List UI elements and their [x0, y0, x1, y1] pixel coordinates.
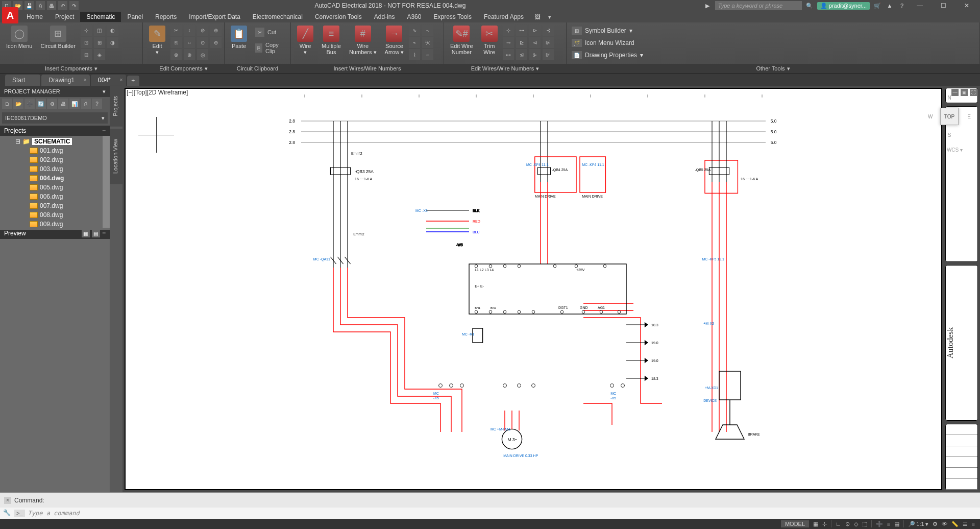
drawing-viewport[interactable]: [−][Top][2D Wireframe] — ▣ ⛶ 2.8 [122, 86, 980, 492]
lineweight-toggle[interactable]: ≡ [887, 521, 890, 527]
edit-button[interactable]: ✎ Edit▾ [146, 25, 168, 56]
tree-file[interactable]: 007.dwg [0, 201, 110, 210]
menu-a360[interactable]: A360 [401, 12, 427, 22]
ic-small-1[interactable]: ⊹ [81, 25, 92, 36]
anno-monitor[interactable]: 👁 [942, 521, 947, 527]
tree-file[interactable]: 009.dwg [0, 220, 110, 229]
cut-button[interactable]: ✂Cut [252, 27, 287, 38]
menu-reports[interactable]: Reports [149, 12, 183, 22]
ic-small-2[interactable]: ⊡ [81, 37, 92, 48]
multiple-bus-button[interactable]: ≡ Multiple Bus [318, 25, 344, 56]
iw-small-1[interactable]: ∿ [409, 25, 420, 36]
ew-small-4[interactable]: ⊶ [516, 25, 527, 36]
panel-edit-wires[interactable]: Edit Wires/Wire Numbers ▾ [444, 64, 566, 73]
add-tab-button[interactable]: + [127, 76, 139, 86]
preview-mode-1[interactable]: ▦ [82, 229, 90, 237]
customize-status[interactable]: ≡ [972, 521, 975, 527]
preview-mode-2[interactable]: ▤ [92, 229, 100, 237]
drawing-canvas[interactable]: 2.8 2.8 2.8 5.0 5.0 5.0 -QB3 25A 16 ~~1-… [125, 88, 942, 490]
panel-edit-components[interactable]: Edit Components ▾ [143, 64, 224, 73]
search-input[interactable]: Type a keyword or phrase [715, 1, 802, 10]
maximize-button[interactable]: ☐ [933, 1, 953, 11]
tree-file[interactable]: 005.dwg [0, 183, 110, 192]
icon-menu-wizard-button[interactable]: 🪄Icon Menu Wizard [570, 38, 976, 48]
a360-icon[interactable]: ▲ [885, 1, 894, 10]
snap-toggle[interactable]: ⊹ [822, 521, 827, 527]
iw-small-2[interactable]: ⌁ [409, 37, 420, 48]
menu-panel[interactable]: Panel [121, 12, 149, 22]
quick-props[interactable]: ☰ [963, 521, 968, 527]
user-account[interactable]: 👤 pradit@syner... [817, 2, 870, 10]
ew-small-11[interactable]: ⊯ [543, 37, 554, 48]
menu-express[interactable]: Express Tools [427, 12, 477, 22]
tree-file[interactable]: 002.dwg [0, 155, 110, 164]
panel-insert-components[interactable]: Insert Components ▾ [0, 64, 142, 73]
polar-toggle[interactable]: ⊙ [845, 521, 850, 527]
trim-wire-button[interactable]: ✂ Trim Wire [478, 25, 501, 56]
pm-tb-refresh[interactable]: 🔄 [36, 99, 46, 109]
osnap3d-toggle[interactable]: ⬚ [862, 521, 867, 527]
ec-small-2[interactable]: ⎘ [170, 37, 182, 48]
wire-button[interactable]: ╱ Wire▾ [294, 25, 316, 56]
command-input[interactable]: Type a command [28, 510, 977, 517]
tab-drawing1[interactable]: Drawing1× [41, 75, 90, 86]
menu-home[interactable]: Home [20, 12, 49, 22]
ic-small-8[interactable]: ◑ [107, 37, 118, 48]
ew-small-10[interactable]: ⊰ [543, 25, 554, 36]
model-space-button[interactable]: MODEL [781, 520, 809, 527]
close-button[interactable]: ✕ [957, 1, 977, 11]
wcs-label[interactable]: WCS ▾ [947, 147, 963, 153]
tab-004[interactable]: 004*× [91, 75, 126, 86]
ec-small-1[interactable]: ✂ [170, 25, 182, 36]
sidetab-location-view[interactable]: Location View [110, 129, 122, 184]
ew-small-8[interactable]: ⊲ [529, 37, 541, 48]
circuit-builder-button[interactable]: ⊞ Circuit Builder [37, 25, 78, 50]
wire-numbers-button[interactable]: # Wire Numbers ▾ [346, 25, 380, 56]
plot-icon[interactable]: 🖶 [47, 1, 56, 10]
minus-icon[interactable]: − [102, 229, 106, 237]
viewcube-top-face[interactable]: TOP [940, 108, 959, 125]
minimize-button[interactable]: — [910, 1, 930, 11]
menu-featured[interactable]: Featured Apps [478, 12, 530, 22]
tree-file-active[interactable]: 004.dwg [0, 174, 110, 183]
symbol-builder-button[interactable]: ⊞Symbol Builder ▾ [570, 26, 976, 36]
ic-small-6[interactable]: ◈ [94, 49, 105, 60]
menu-addins[interactable]: Add-ins [368, 12, 401, 22]
ic-small-4[interactable]: ◫ [94, 25, 105, 36]
iw-small-3[interactable]: ⌇ [409, 49, 420, 60]
infocenter-icon[interactable]: 🔍 [805, 1, 814, 10]
menu-import-export[interactable]: Import/Export Data [183, 12, 247, 22]
icon-menu-button[interactable]: ◯ Icon Menu [3, 25, 35, 50]
minus-icon[interactable]: − [102, 127, 106, 134]
anno-scale[interactable]: 🔎 1:1 ▾ [908, 521, 928, 527]
copy-clip-button[interactable]: ⎘Copy Clip [252, 41, 287, 55]
undo-icon[interactable]: ↶ [58, 1, 67, 10]
close-icon[interactable]: × [119, 77, 122, 83]
pm-collapse-icon[interactable]: ▾ [103, 88, 106, 95]
app-logo[interactable]: A [2, 7, 18, 23]
vp-maximize-icon[interactable]: ⛶ [970, 89, 977, 96]
tree-file[interactable]: 006.dwg [0, 192, 110, 201]
menu-extra-2-icon[interactable]: ▾ [545, 12, 554, 21]
project-tree[interactable]: ⊟📁SCHEMATIC 001.dwg 002.dwg 003.dwg 004.… [0, 136, 110, 230]
workspace-switch[interactable]: ⚙ [933, 521, 938, 527]
pm-tb-plot[interactable]: ⎙ [81, 99, 91, 109]
tree-file[interactable]: 001.dwg [0, 146, 110, 155]
ic-small-5[interactable]: ⊞ [94, 37, 105, 48]
save-icon[interactable]: 💾 [24, 1, 34, 10]
exchange-icon[interactable]: 🛒 [873, 1, 882, 10]
project-select[interactable]: IEC60617DEMO▾ [2, 112, 108, 124]
ec-small-3[interactable]: ⊗ [170, 49, 182, 60]
tree-file[interactable]: 003.dwg [0, 164, 110, 174]
ew-small-12[interactable]: ⊮ [543, 49, 554, 60]
iw-small-4[interactable]: ⏦ [422, 25, 433, 36]
saveas-icon[interactable]: ⎙ [36, 1, 45, 10]
iw-small-5[interactable]: ⏧ [422, 37, 433, 48]
drawing-properties-button[interactable]: 📄Drawing Properties ▾ [570, 50, 976, 60]
pm-tb-publish[interactable]: 🖶 [58, 99, 68, 109]
tree-scrollbar[interactable] [103, 136, 110, 228]
pm-tb-report[interactable]: 📊 [69, 99, 80, 109]
ortho-toggle[interactable]: ∟ [836, 521, 841, 527]
ew-small-3[interactable]: ⊷ [503, 49, 514, 60]
ew-small-5[interactable]: ⊵ [516, 37, 527, 48]
